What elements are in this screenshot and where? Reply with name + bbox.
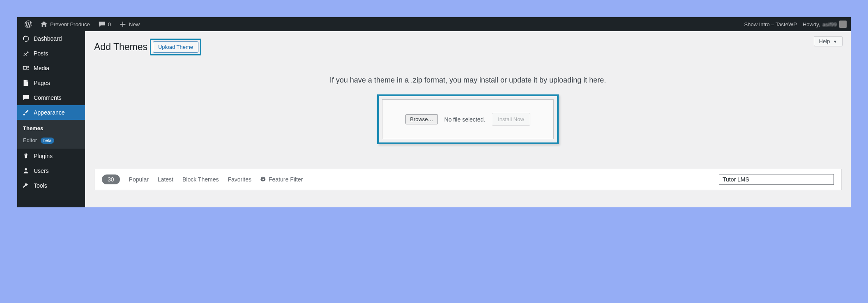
plus-icon (119, 21, 127, 28)
pin-icon (22, 50, 30, 57)
upload-box-highlight: Browse… No file selected. Install Now (377, 94, 559, 144)
filter-tab-block-themes[interactable]: Block Themes (182, 176, 219, 183)
file-status: No file selected. (444, 116, 486, 123)
sidebar-item-users[interactable]: Users (17, 163, 85, 178)
sidebar-item-label: Media (34, 65, 49, 71)
upload-box: Browse… No file selected. Install Now (382, 99, 554, 139)
sidebar-item-posts[interactable]: Posts (17, 46, 85, 61)
site-home-link[interactable]: Prevent Produce (37, 17, 93, 31)
comments-link[interactable]: 0 (95, 17, 114, 31)
wordpress-icon (25, 21, 32, 28)
filter-bar: 30 Popular Latest Block Themes Favorites… (94, 169, 842, 190)
feature-filter-label: Feature Filter (269, 176, 303, 183)
plugin-icon (22, 152, 30, 160)
submenu-editor-label: Editor (23, 137, 37, 143)
help-tab[interactable]: Help ▼ (814, 36, 843, 46)
chevron-down-icon: ▼ (833, 39, 837, 44)
avatar (839, 21, 847, 28)
comment-icon (22, 94, 30, 101)
dashboard-icon (22, 35, 30, 42)
sidebar-item-plugins[interactable]: Plugins (17, 149, 85, 163)
wrench-icon (22, 182, 30, 189)
sidebar-item-dashboard[interactable]: Dashboard (17, 31, 85, 46)
filter-tab-popular[interactable]: Popular (129, 176, 149, 183)
theme-search-input[interactable] (719, 174, 834, 185)
install-now-button[interactable]: Install Now (492, 113, 530, 126)
new-content-link[interactable]: New (116, 17, 143, 31)
page-title: Add Themes (94, 41, 147, 53)
sidebar-item-label: Comments (34, 94, 62, 101)
feature-filter-link[interactable]: Feature Filter (260, 176, 303, 183)
media-icon (22, 64, 30, 72)
sidebar-item-label: Pages (34, 80, 50, 86)
submenu-editor[interactable]: Editor beta (17, 134, 85, 146)
beta-badge: beta (41, 138, 54, 144)
theme-count-badge: 30 (102, 174, 120, 184)
upload-hint: If you have a theme in a .zip format, yo… (85, 76, 851, 85)
admin-sidebar: Dashboard Posts Media Pages Comments App… (17, 31, 85, 207)
howdy-text: Howdy, (803, 21, 820, 28)
user-icon (22, 167, 30, 174)
filter-tab-latest[interactable]: Latest (158, 176, 173, 183)
new-label: New (129, 21, 140, 28)
upload-theme-button[interactable]: Upload Theme (153, 41, 198, 53)
sidebar-item-comments[interactable]: Comments (17, 90, 85, 105)
sidebar-item-appearance[interactable]: Appearance (17, 105, 85, 120)
home-icon (40, 21, 48, 28)
gear-icon (260, 177, 266, 182)
site-name: Prevent Produce (50, 21, 90, 28)
sidebar-item-tools[interactable]: Tools (17, 178, 85, 193)
comments-count: 0 (108, 21, 111, 28)
wp-logo[interactable] (21, 17, 35, 31)
sidebar-item-label: Posts (34, 50, 48, 57)
brush-icon (22, 109, 30, 116)
username: asif99 (822, 21, 837, 28)
page-icon (22, 79, 30, 87)
filter-tab-favorites[interactable]: Favorites (228, 176, 251, 183)
sidebar-item-label: Appearance (34, 109, 65, 116)
account-link[interactable]: Howdy, asif99 (803, 17, 847, 31)
help-label: Help (819, 38, 830, 44)
sidebar-item-label: Dashboard (34, 35, 62, 42)
sidebar-item-media[interactable]: Media (17, 61, 85, 76)
submenu-themes[interactable]: Themes (17, 122, 85, 134)
sidebar-item-label: Tools (34, 182, 47, 189)
browse-button[interactable]: Browse… (405, 114, 437, 124)
sidebar-item-pages[interactable]: Pages (17, 76, 85, 90)
appearance-submenu: Themes Editor beta (17, 120, 85, 149)
sidebar-item-label: Plugins (34, 153, 53, 159)
sidebar-item-label: Users (34, 168, 49, 174)
show-intro-link[interactable]: Show Intro – TasteWP (744, 21, 797, 28)
upload-theme-highlight: Upload Theme (150, 39, 201, 55)
comment-icon (98, 21, 106, 28)
